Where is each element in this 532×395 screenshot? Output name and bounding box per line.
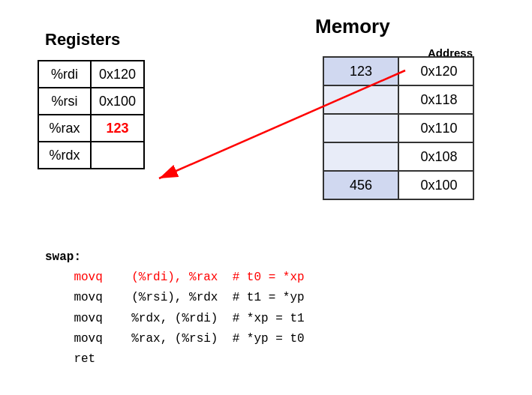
memory-cell-0: 123: [323, 57, 398, 85]
register-value-2: 123: [91, 115, 144, 142]
code-line-4: ret: [45, 349, 305, 370]
code-line-1: movq (%rsi), %rdx # t1 = *yp: [45, 288, 305, 308]
memory-address-1: 0x118: [398, 85, 473, 114]
memory-address-0: 0x120: [398, 57, 473, 85]
code-line-0: movq (%rdi), %rax # t0 = *xp: [45, 268, 305, 288]
register-value-3: [91, 142, 144, 169]
code-section: swap: movq (%rdi), %rax # t0 = *xp movq …: [45, 247, 305, 370]
memory-title: Memory: [315, 15, 390, 38]
code-line-3: movq %rax, (%rsi) # *yp = t0: [45, 329, 305, 349]
code-line-2: movq %rdx, (%rdi) # *xp = t1: [45, 309, 305, 329]
register-value-0: 0x120: [91, 61, 144, 88]
register-value-1: 0x100: [91, 88, 144, 115]
register-name-3: %rdx: [38, 142, 91, 169]
registers-table: %rdi0x120%rsi0x100%rax123%rdx: [38, 60, 145, 169]
memory-address-4: 0x100: [398, 171, 473, 199]
memory-address-3: 0x108: [398, 142, 473, 171]
memory-address-2: 0x110: [398, 114, 473, 142]
memory-cell-2: [323, 114, 398, 142]
page: Registers %rdi0x120%rsi0x100%rax123%rdx …: [0, 0, 532, 395]
memory-cell-4: 456: [323, 171, 398, 199]
register-name-2: %rax: [38, 115, 91, 142]
memory-cell-3: [323, 142, 398, 171]
register-name-0: %rdi: [38, 61, 91, 88]
memory-table: 1230x1200x1180x1100x1084560x100: [323, 56, 474, 200]
code-label: swap:: [45, 247, 305, 268]
register-name-1: %rsi: [38, 88, 91, 115]
memory-cell-1: [323, 85, 398, 114]
registers-title: Registers: [45, 30, 120, 49]
